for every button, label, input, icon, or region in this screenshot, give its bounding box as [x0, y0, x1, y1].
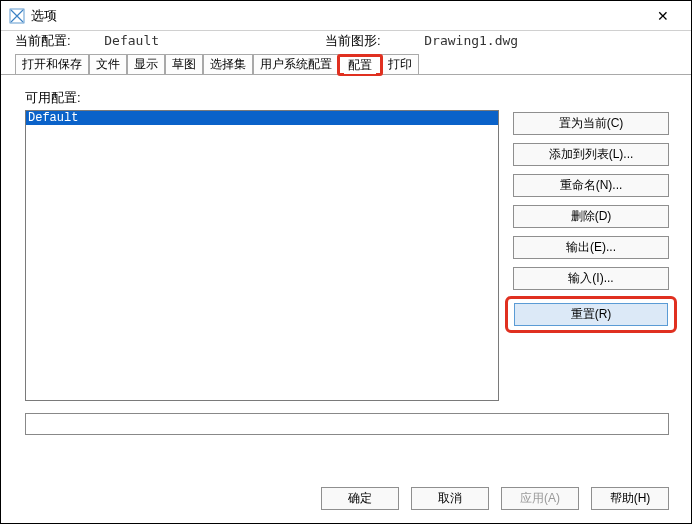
profile-actions: 置为当前(C) 添加到列表(L)... 重命名(N)... 删除(D) 输出(E…	[513, 110, 669, 331]
rename-button[interactable]: 重命名(N)...	[513, 174, 669, 197]
tab-open-save[interactable]: 打开和保存	[15, 54, 89, 74]
description-box	[25, 413, 669, 435]
tab-profiles-highlight: 配置	[337, 54, 383, 76]
set-current-button[interactable]: 置为当前(C)	[513, 112, 669, 135]
header-info: 当前配置: Default 当前图形: Drawing1.dwg	[1, 31, 691, 53]
tab-user-prefs[interactable]: 用户系统配置	[253, 54, 339, 74]
reset-button[interactable]: 重置(R)	[514, 303, 668, 326]
tab-drafting[interactable]: 草图	[165, 54, 203, 74]
tab-strip: 打开和保存 文件 显示 草图 选择集 用户系统配置 配置 打印	[1, 53, 691, 75]
window-title: 选项	[31, 7, 643, 25]
reset-button-highlight: 重置(R)	[505, 296, 677, 333]
current-drawing-value: Drawing1.dwg	[424, 33, 518, 48]
tab-selection[interactable]: 选择集	[203, 54, 253, 74]
title-bar: 选项 ✕	[1, 1, 691, 31]
profiles-listbox[interactable]: Default	[25, 110, 499, 401]
apply-button[interactable]: 应用(A)	[501, 487, 579, 510]
tab-files[interactable]: 文件	[89, 54, 127, 74]
delete-button[interactable]: 删除(D)	[513, 205, 669, 228]
tab-content: 可用配置: Default 置为当前(C) 添加到列表(L)... 重命名(N)…	[1, 75, 691, 479]
list-item[interactable]: Default	[26, 111, 498, 125]
cancel-button[interactable]: 取消	[411, 487, 489, 510]
ok-button[interactable]: 确定	[321, 487, 399, 510]
available-profiles-label: 可用配置:	[25, 89, 669, 107]
tab-plot[interactable]: 打印	[381, 54, 419, 74]
app-icon	[9, 8, 25, 24]
current-drawing-label: 当前图形:	[325, 33, 381, 48]
export-button[interactable]: 输出(E)...	[513, 236, 669, 259]
import-button[interactable]: 输入(I)...	[513, 267, 669, 290]
add-to-list-button[interactable]: 添加到列表(L)...	[513, 143, 669, 166]
tab-display[interactable]: 显示	[127, 54, 165, 74]
close-button[interactable]: ✕	[643, 2, 683, 30]
dialog-footer: 确定 取消 应用(A) 帮助(H)	[1, 479, 691, 523]
current-profile-value: Default	[104, 33, 159, 48]
help-button[interactable]: 帮助(H)	[591, 487, 669, 510]
current-profile-label: 当前配置:	[15, 33, 71, 48]
tab-profiles[interactable]: 配置	[344, 57, 376, 74]
close-icon: ✕	[657, 8, 669, 24]
